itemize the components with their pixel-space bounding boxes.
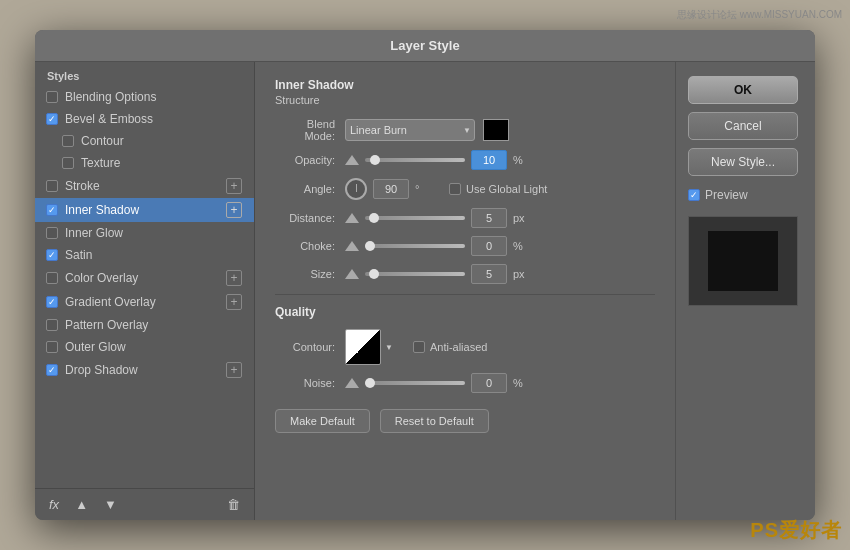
preview-checkbox[interactable]: ✓ <box>688 189 700 201</box>
angle-input[interactable] <box>373 179 409 199</box>
new-style-button[interactable]: New Style... <box>688 148 798 176</box>
size-slider-row: px <box>345 264 533 284</box>
right-panel: OK Cancel New Style... ✓ Preview <box>675 62 815 520</box>
choke-track[interactable] <box>365 244 465 248</box>
choke-thumb[interactable] <box>365 241 375 251</box>
sidebar-item-inner-shadow[interactable]: ✓ Inner Shadow + <box>35 198 254 222</box>
use-global-light-checkbox[interactable] <box>449 183 461 195</box>
anti-aliased-label[interactable]: Anti-aliased <box>413 341 487 353</box>
sidebar-item-color-overlay[interactable]: Color Overlay + <box>35 266 254 290</box>
noise-thumb[interactable] <box>365 378 375 388</box>
contour-dropdown-arrow-icon[interactable]: ▼ <box>385 343 393 352</box>
check-icon-blending <box>45 90 59 104</box>
opacity-track[interactable] <box>365 158 465 162</box>
dialog-body: Styles Blending Options ✓ Bevel & Emboss… <box>35 62 815 520</box>
check-icon-color-overlay <box>45 271 59 285</box>
sidebar-item-label: Pattern Overlay <box>65 318 148 332</box>
use-global-light-label[interactable]: Use Global Light <box>449 183 547 195</box>
blend-color-swatch[interactable] <box>483 119 509 141</box>
distance-input[interactable] <box>471 208 507 228</box>
sidebar-item-stroke[interactable]: Stroke + <box>35 174 254 198</box>
sidebar-item-label: Blending Options <box>65 90 156 104</box>
ok-button[interactable]: OK <box>688 76 798 104</box>
sidebar-item-satin[interactable]: ✓ Satin <box>35 244 254 266</box>
delete-button[interactable]: 🗑 <box>223 495 244 514</box>
add-stroke-icon[interactable]: + <box>226 178 242 194</box>
sidebar-item-contour[interactable]: Contour <box>35 130 254 152</box>
check-icon-inner-glow <box>45 226 59 240</box>
fx-button[interactable]: fx <box>45 495 63 514</box>
sidebar-item-inner-glow[interactable]: Inner Glow <box>35 222 254 244</box>
add-drop-shadow-icon[interactable]: + <box>226 362 242 378</box>
contour-label: Contour: <box>275 341 345 353</box>
opacity-thumb[interactable] <box>370 155 380 165</box>
check-icon-drop-shadow: ✓ <box>45 363 59 377</box>
sidebar-item-gradient-overlay[interactable]: ✓ Gradient Overlay + <box>35 290 254 314</box>
sidebar-item-blending-options[interactable]: Blending Options <box>35 86 254 108</box>
distance-track[interactable] <box>365 216 465 220</box>
sidebar-item-bevel-emboss[interactable]: ✓ Bevel & Emboss <box>35 108 254 130</box>
opacity-slider-triangle[interactable] <box>345 155 359 165</box>
check-icon-texture <box>61 156 75 170</box>
opacity-label: Opacity: <box>275 154 345 166</box>
anti-aliased-checkbox[interactable] <box>413 341 425 353</box>
move-down-button[interactable]: ▼ <box>100 495 121 514</box>
blend-mode-row: Blend Mode: Linear Burn Normal Multiply … <box>275 118 655 142</box>
section-subtitle: Structure <box>275 94 655 106</box>
middle-buttons: Make Default Reset to Default <box>275 409 655 433</box>
check-icon-satin: ✓ <box>45 248 59 262</box>
distance-thumb[interactable] <box>369 213 379 223</box>
angle-row: Angle: ° Use Global Light <box>275 178 655 200</box>
noise-slider-triangle[interactable] <box>345 378 359 388</box>
sidebar-item-label: Inner Shadow <box>65 203 139 217</box>
cancel-button[interactable]: Cancel <box>688 112 798 140</box>
reset-to-default-button[interactable]: Reset to Default <box>380 409 489 433</box>
size-track[interactable] <box>365 272 465 276</box>
noise-label: Noise: <box>275 377 345 389</box>
size-slider-triangle[interactable] <box>345 269 359 279</box>
opacity-slider-row: % <box>345 150 533 170</box>
distance-slider-triangle[interactable] <box>345 213 359 223</box>
sidebar-item-label: Bevel & Emboss <box>65 112 153 126</box>
size-thumb[interactable] <box>369 269 379 279</box>
blend-mode-dropdown-wrapper: Linear Burn Normal Multiply Screen Overl… <box>345 119 475 141</box>
contour-row: Contour: ▼ Anti-aliased <box>275 329 655 365</box>
section-title: Inner Shadow <box>275 78 655 92</box>
move-up-button[interactable]: ▲ <box>71 495 92 514</box>
make-default-button[interactable]: Make Default <box>275 409 370 433</box>
contour-preview[interactable] <box>345 329 381 365</box>
opacity-row: Opacity: % <box>275 150 655 170</box>
noise-track[interactable] <box>365 381 465 385</box>
blend-mode-select[interactable]: Linear Burn Normal Multiply Screen Overl… <box>345 119 475 141</box>
angle-dial[interactable] <box>345 178 367 200</box>
add-color-overlay-icon[interactable]: + <box>226 270 242 286</box>
sidebar-item-label: Texture <box>81 156 120 170</box>
noise-input[interactable] <box>471 373 507 393</box>
bottom-toolbar: fx ▲ ▼ 🗑 <box>35 488 254 520</box>
check-icon-gradient-overlay: ✓ <box>45 295 59 309</box>
sidebar-item-texture[interactable]: Texture <box>35 152 254 174</box>
choke-row: Choke: % <box>275 236 655 256</box>
add-inner-shadow-icon[interactable]: + <box>226 202 242 218</box>
angle-unit: ° <box>415 183 435 195</box>
check-icon-pattern-overlay <box>45 318 59 332</box>
preview-inner <box>708 231 778 291</box>
opacity-input[interactable] <box>471 150 507 170</box>
noise-slider-row: % <box>345 373 533 393</box>
sidebar-item-drop-shadow[interactable]: ✓ Drop Shadow + <box>35 358 254 382</box>
sidebar-item-label: Drop Shadow <box>65 363 138 377</box>
sidebar-item-outer-glow[interactable]: Outer Glow <box>35 336 254 358</box>
sidebar-item-pattern-overlay[interactable]: Pattern Overlay <box>35 314 254 336</box>
distance-row: Distance: px <box>275 208 655 228</box>
opacity-unit: % <box>513 154 533 166</box>
size-label: Size: <box>275 268 345 280</box>
left-panel: Styles Blending Options ✓ Bevel & Emboss… <box>35 62 255 520</box>
size-input[interactable] <box>471 264 507 284</box>
choke-slider-triangle[interactable] <box>345 241 359 251</box>
check-icon-stroke <box>45 179 59 193</box>
quality-title: Quality <box>275 305 655 319</box>
sidebar-item-label: Outer Glow <box>65 340 126 354</box>
divider <box>275 294 655 295</box>
add-gradient-overlay-icon[interactable]: + <box>226 294 242 310</box>
choke-input[interactable] <box>471 236 507 256</box>
